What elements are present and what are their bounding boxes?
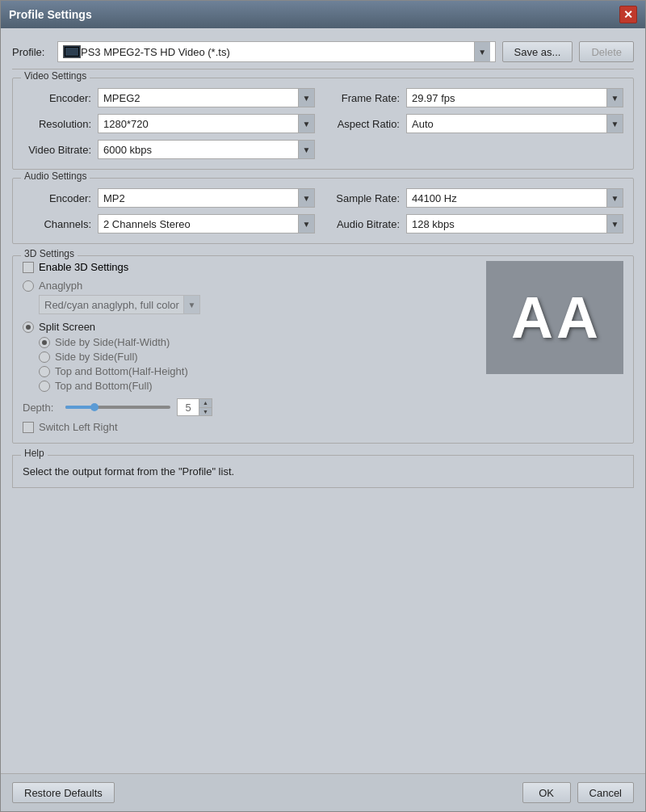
- footer-right-buttons: OK Cancel: [522, 782, 634, 803]
- depth-slider[interactable]: [65, 406, 170, 409]
- 3d-controls: Enable 3D Settings Anaglyph Red/cyan ana…: [23, 261, 478, 433]
- side-by-side-full-label: Side by Side(Full): [55, 351, 138, 363]
- audio-settings-title: Audio Settings: [21, 170, 90, 182]
- anaglyph-dropdown-arrow: ▼: [183, 296, 199, 313]
- 3d-preview: A A: [486, 261, 623, 374]
- slider-track: [65, 406, 170, 409]
- cancel-button[interactable]: Cancel: [577, 782, 634, 803]
- audio-settings-section: Audio Settings Encoder: MP2 ▼ Sample Rat…: [12, 178, 634, 244]
- audio-settings-grid: Encoder: MP2 ▼ Sample Rate: 44100 Hz ▼: [23, 188, 623, 234]
- depth-value: 5: [178, 402, 199, 414]
- audio-encoder-value: MP2: [99, 192, 298, 204]
- profile-dropdown-arrow: ▼: [474, 42, 490, 61]
- resolution-row: Resolution: 1280*720 ▼: [23, 114, 315, 133]
- anaglyph-radio[interactable]: [23, 280, 34, 292]
- video-bitrate-row: Video Bitrate: 6000 kbps ▼: [23, 140, 315, 159]
- close-button[interactable]: ✕: [619, 6, 637, 23]
- sample-rate-arrow: ▼: [606, 189, 623, 207]
- top-bottom-half-row: Top and Bottom(Half-Height): [39, 365, 478, 377]
- video-encoder-value: MPEG2: [99, 92, 298, 104]
- help-text: Select the output format from the "Profi…: [23, 465, 623, 478]
- ok-button[interactable]: OK: [522, 782, 571, 803]
- 3d-settings-title: 3D Settings: [21, 248, 78, 259]
- audio-bitrate-arrow: ▼: [606, 215, 623, 233]
- anaglyph-row: Anaglyph: [23, 280, 478, 292]
- top-bottom-half-radio[interactable]: [39, 366, 50, 377]
- profile-icon: [63, 45, 81, 58]
- side-by-side-full-row: Side by Side(Full): [39, 351, 478, 363]
- audio-encoder-label: Encoder:: [23, 192, 91, 204]
- video-settings-grid: Encoder: MPEG2 ▼ Frame Rate: 29.97 fps ▼: [23, 88, 623, 159]
- split-screen-radio[interactable]: [23, 322, 34, 333]
- title-bar: Profile Settings ✕: [1, 1, 645, 28]
- resolution-arrow: ▼: [298, 115, 314, 133]
- video-bitrate-value: 6000 kbps: [99, 144, 298, 156]
- video-encoder-arrow: ▼: [298, 89, 314, 107]
- anaglyph-dropdown[interactable]: Red/cyan anaglyph, full color ▼: [39, 295, 200, 314]
- aspect-ratio-arrow: ▼: [606, 115, 623, 133]
- frame-rate-row: Frame Rate: 29.97 fps ▼: [331, 88, 623, 107]
- video-encoder-dropdown[interactable]: MPEG2 ▼: [98, 88, 315, 107]
- split-screen-row: Split Screen: [23, 321, 478, 333]
- restore-defaults-button[interactable]: Restore Defaults: [12, 782, 115, 803]
- resolution-dropdown[interactable]: 1280*720 ▼: [98, 114, 315, 133]
- video-encoder-row: Encoder: MPEG2 ▼: [23, 88, 315, 107]
- resolution-value: 1280*720: [99, 118, 298, 130]
- delete-button[interactable]: Delete: [579, 41, 634, 62]
- channels-value: 2 Channels Stereo: [99, 218, 298, 230]
- video-settings-title: Video Settings: [21, 70, 90, 82]
- audio-bitrate-value: 128 kbps: [407, 218, 606, 230]
- aspect-ratio-dropdown[interactable]: Auto ▼: [406, 114, 623, 133]
- audio-bitrate-row: Audio Bitrate: 128 kbps ▼: [331, 214, 623, 234]
- top-bottom-full-radio[interactable]: [39, 381, 50, 392]
- side-by-side-half-label: Side by Side(Half-Width): [55, 336, 170, 348]
- profile-dropdown[interactable]: PS3 MPEG2-TS HD Video (*.ts) ▼: [57, 41, 496, 62]
- sample-rate-row: Sample Rate: 44100 Hz ▼: [331, 188, 623, 208]
- profile-label: Profile:: [12, 46, 51, 58]
- anaglyph-dropdown-row: Red/cyan anaglyph, full color ▼: [39, 295, 478, 314]
- side-by-side-half-row: Side by Side(Half-Width): [39, 336, 478, 348]
- audio-encoder-dropdown[interactable]: MP2 ▼: [98, 188, 315, 208]
- side-by-side-full-radio[interactable]: [39, 351, 50, 363]
- help-section: Help Select the output format from the "…: [12, 455, 634, 488]
- preview-letter-2: A: [556, 288, 598, 347]
- audio-encoder-row: Encoder: MP2 ▼: [23, 188, 315, 208]
- depth-spinbox[interactable]: 5 ▲ ▼: [177, 398, 212, 416]
- channels-dropdown[interactable]: 2 Channels Stereo ▼: [98, 214, 315, 234]
- switch-lr-label: Switch Left Right: [39, 421, 118, 433]
- anaglyph-label: Anaglyph: [39, 280, 82, 292]
- channels-arrow: ▼: [298, 215, 314, 233]
- top-bottom-full-row: Top and Bottom(Full): [39, 380, 478, 392]
- audio-bitrate-label: Audio Bitrate:: [331, 218, 400, 230]
- video-bitrate-dropdown[interactable]: 6000 kbps ▼: [98, 140, 315, 159]
- slider-thumb[interactable]: [90, 403, 99, 411]
- aa-preview: A A: [511, 288, 598, 347]
- spinbox-down-arrow[interactable]: ▼: [199, 408, 212, 416]
- aspect-ratio-value: Auto: [407, 118, 606, 130]
- spinbox-up-arrow[interactable]: ▲: [199, 399, 212, 408]
- enable-3d-checkbox[interactable]: [23, 262, 34, 273]
- top-bottom-full-label: Top and Bottom(Full): [55, 380, 153, 392]
- 3d-settings-section: 3D Settings Enable 3D Settings Anaglyph: [12, 255, 634, 444]
- audio-encoder-arrow: ▼: [298, 189, 314, 207]
- aspect-ratio-row: Aspect Ratio: Auto ▼: [331, 114, 623, 133]
- frame-rate-arrow: ▼: [606, 89, 623, 107]
- enable-3d-row: Enable 3D Settings: [23, 261, 478, 273]
- help-title: Help: [21, 448, 48, 459]
- switch-lr-checkbox[interactable]: [23, 422, 34, 433]
- depth-label: Depth:: [23, 402, 59, 414]
- side-by-side-half-radio[interactable]: [39, 337, 50, 348]
- enable-3d-label: Enable 3D Settings: [39, 261, 128, 273]
- split-screen-label: Split Screen: [39, 321, 95, 333]
- sample-rate-dropdown[interactable]: 44100 Hz ▼: [406, 188, 623, 208]
- frame-rate-label: Frame Rate:: [331, 92, 400, 104]
- 3d-layout: Enable 3D Settings Anaglyph Red/cyan ana…: [23, 261, 623, 433]
- video-bitrate-label: Video Bitrate:: [23, 144, 91, 156]
- audio-bitrate-dropdown[interactable]: 128 kbps ▼: [406, 214, 623, 234]
- save-as-button[interactable]: Save as...: [502, 41, 573, 62]
- window-title: Profile Settings: [9, 8, 92, 21]
- frame-rate-dropdown[interactable]: 29.97 fps ▼: [406, 88, 623, 107]
- video-bitrate-arrow: ▼: [298, 141, 314, 158]
- depth-row: Depth: 5 ▲ ▼: [23, 398, 478, 416]
- profile-value: PS3 MPEG2-TS HD Video (*.ts): [81, 46, 474, 58]
